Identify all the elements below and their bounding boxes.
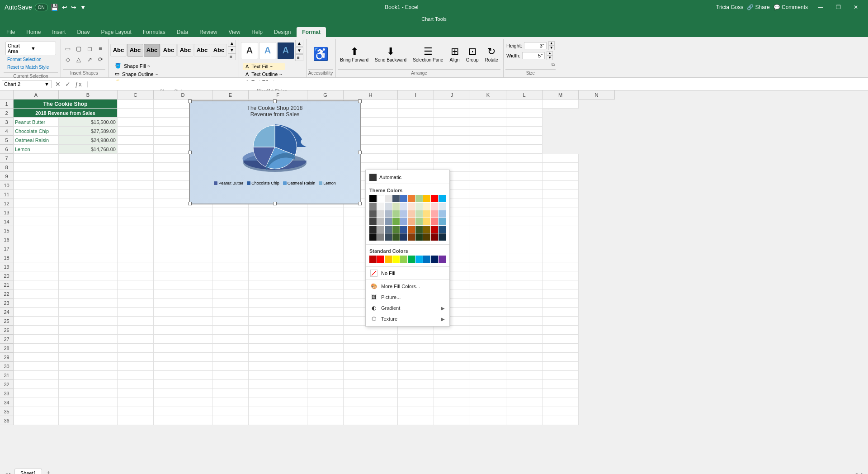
cell-E25[interactable] <box>212 317 249 326</box>
swatch-2-5[interactable] <box>400 203 407 210</box>
share-btn[interactable]: 🔗 Share <box>747 4 769 10</box>
cell-C2[interactable] <box>118 109 154 118</box>
redo-btn[interactable]: ↪ <box>70 3 77 12</box>
cell-L9[interactable] <box>506 172 542 181</box>
swatch-4-8[interactable] <box>423 218 430 225</box>
cell-D29[interactable] <box>154 353 212 362</box>
swatch-4-3[interactable] <box>385 218 392 225</box>
picture-item[interactable]: 🖼 Picture... <box>366 292 449 303</box>
cell-C8[interactable] <box>118 163 154 172</box>
tab-insert[interactable]: Insert <box>47 27 71 37</box>
swatch-4-10[interactable] <box>439 218 446 225</box>
cell-D30[interactable] <box>154 362 212 371</box>
cell-M24[interactable] <box>542 308 579 317</box>
cell-B20[interactable] <box>59 271 118 280</box>
swatch-4-1[interactable] <box>369 218 377 225</box>
cell-K22[interactable] <box>470 289 506 299</box>
cell-C36[interactable] <box>118 416 154 425</box>
swatch-red[interactable] <box>431 195 438 202</box>
cell-A11[interactable] <box>14 190 59 199</box>
cell-E31[interactable] <box>212 371 249 380</box>
cell-B35[interactable] <box>59 407 118 416</box>
tab-help[interactable]: Help <box>246 27 268 37</box>
cell-M27[interactable] <box>542 335 579 344</box>
cell-K20[interactable] <box>470 271 506 280</box>
cell-I34[interactable] <box>398 398 434 407</box>
height-up-btn[interactable]: ▲ <box>548 41 555 46</box>
cell-M29[interactable] <box>542 353 579 362</box>
shape-style-4[interactable]: Abc <box>160 44 177 57</box>
bring-forward-btn[interactable]: ⬆ Bring Forward <box>338 44 371 64</box>
cell-D13[interactable] <box>154 208 212 217</box>
cell-G19[interactable] <box>307 262 344 271</box>
cell-L3[interactable] <box>506 118 542 127</box>
text-fill-btn[interactable]: A Text Fill ~ <box>243 63 285 70</box>
cell-J4[interactable] <box>434 127 470 136</box>
cell-B14[interactable] <box>59 217 118 226</box>
cell-I36[interactable] <box>398 416 434 425</box>
cell-M9[interactable] <box>542 172 579 181</box>
cell-C1[interactable] <box>118 100 154 109</box>
cancel-formula-btn[interactable]: ✕ <box>53 81 62 88</box>
cell-D25[interactable] <box>154 317 212 326</box>
shape-style-1[interactable]: Abc <box>110 44 127 57</box>
cell-J35[interactable] <box>434 407 470 416</box>
cell-I2[interactable] <box>398 109 434 118</box>
shape-fill-btn[interactable]: 🪣 Shape Fill ~ <box>112 62 162 70</box>
customize-qat-btn[interactable]: ▼ <box>79 3 87 12</box>
col-header-E[interactable]: E <box>212 90 249 100</box>
cell-G25[interactable] <box>307 317 344 326</box>
cell-C15[interactable] <box>118 226 154 235</box>
cell-L6[interactable] <box>506 145 542 154</box>
swatch-6-6[interactable] <box>408 233 415 241</box>
tab-draw[interactable]: Draw <box>71 27 95 37</box>
cell-K31[interactable] <box>470 371 506 380</box>
cell-C7[interactable] <box>118 154 154 163</box>
cell-M22[interactable] <box>542 289 579 299</box>
cell-F16[interactable] <box>249 235 307 244</box>
cell-K28[interactable] <box>470 344 506 353</box>
swatch-blue[interactable] <box>400 195 407 202</box>
cell-L25[interactable] <box>506 317 542 326</box>
shape-style-7[interactable]: Abc <box>211 44 227 57</box>
cell-B33[interactable] <box>59 389 118 398</box>
swatch-5-4[interactable] <box>392 226 400 233</box>
cell-D16[interactable] <box>154 235 212 244</box>
cell-A35[interactable] <box>14 407 59 416</box>
cell-F32[interactable] <box>249 380 307 389</box>
cell-E19[interactable] <box>212 262 249 271</box>
no-fill-item[interactable]: No Fill <box>366 268 449 279</box>
handle-br[interactable] <box>358 202 362 205</box>
swatch-6-2[interactable] <box>377 233 384 241</box>
cell-A36[interactable] <box>14 416 59 425</box>
tab-review[interactable]: Review <box>194 27 222 37</box>
cell-A28[interactable] <box>14 344 59 353</box>
cell-M12[interactable] <box>542 199 579 208</box>
swatch-5-8[interactable] <box>423 226 430 233</box>
height-input[interactable] <box>524 42 547 49</box>
swatch-2-6[interactable] <box>408 203 415 210</box>
cell-B22[interactable] <box>59 289 118 299</box>
cell-D15[interactable] <box>154 226 212 235</box>
group-btn[interactable]: ⊡ Group <box>464 44 481 64</box>
std-swatch-3[interactable] <box>385 256 392 263</box>
swatch-2-2[interactable] <box>377 203 384 210</box>
cell-B12[interactable] <box>59 199 118 208</box>
handle-tl[interactable] <box>188 100 192 103</box>
cell-J33[interactable] <box>434 389 470 398</box>
close-btn[interactable]: ✕ <box>847 0 864 14</box>
cell-K12[interactable] <box>470 199 506 208</box>
cell-M28[interactable] <box>542 344 579 353</box>
cell-M14[interactable] <box>542 217 579 226</box>
cell-E30[interactable] <box>212 362 249 371</box>
cell-K11[interactable] <box>470 190 506 199</box>
cell-J5[interactable] <box>434 136 470 145</box>
cell-C12[interactable] <box>118 199 154 208</box>
chart-area-dropdown[interactable]: Chart Area ▼ <box>5 42 56 55</box>
swatch-3-3[interactable] <box>385 210 392 218</box>
swatch-4-7[interactable] <box>415 218 423 225</box>
swatch-6-1[interactable] <box>369 233 377 241</box>
cell-L5[interactable] <box>506 136 542 145</box>
cell-K30[interactable] <box>470 362 506 371</box>
cell-M1[interactable] <box>542 100 579 109</box>
